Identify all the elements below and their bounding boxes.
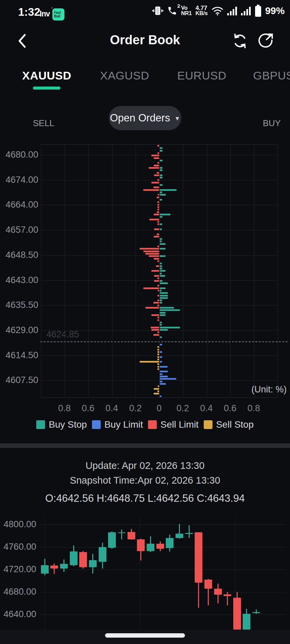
depth-bar-sell-limit	[140, 248, 159, 250]
depth-bar-sell-limit	[157, 317, 159, 318]
candle-body	[166, 538, 174, 548]
depth-bar-buy-stop	[160, 270, 165, 272]
depth-bar-sell-limit	[154, 174, 159, 176]
legend-label: Sell Limit	[160, 419, 199, 430]
depth-bar-buy-limit	[160, 351, 162, 353]
price-axis-label: 4760.00	[0, 542, 36, 552]
depth-bar-sell-stop	[157, 351, 159, 353]
gridline-horizontal	[41, 330, 278, 331]
depth-bar-sell-limit	[158, 194, 159, 196]
depth-bar-buy-limit	[160, 376, 168, 377]
bottom-nav-bar	[0, 630, 290, 644]
order-type-value: Open Orders	[110, 112, 170, 124]
depth-bar-sell-limit	[154, 280, 159, 282]
depth-bar-sell-limit	[157, 285, 159, 286]
depth-bar-buy-stop	[160, 199, 162, 201]
network-speed: 4.77KB/s	[196, 5, 208, 16]
candle-body	[185, 533, 193, 534]
signal-icon	[227, 6, 237, 16]
depth-bar-sell-stop	[157, 368, 159, 370]
tab-gbpusd[interactable]: GBPUSD	[253, 69, 290, 82]
depth-bar-sell-limit	[151, 327, 159, 328]
app-screen: 1:32 Inv ˊ Fast Bull 2 VoNR1	[0, 0, 290, 644]
candle-body	[233, 598, 241, 630]
depth-bar-sell-limit	[153, 302, 159, 304]
fastbull-badge-line2: Bull	[54, 14, 64, 18]
candle-body	[204, 580, 212, 589]
battery-percent: 99%	[265, 5, 285, 16]
depth-bar-sell-limit	[157, 300, 159, 301]
header: Order Book	[0, 27, 290, 55]
price-axis-label: 4657.00	[1, 225, 38, 235]
gridline-horizontal	[41, 305, 278, 306]
depth-x-tick: 0.4	[193, 403, 220, 414]
depth-bar-buy-stop	[160, 177, 162, 178]
depth-bar-sell-limit	[157, 209, 159, 210]
depth-bar-sell-stop	[157, 346, 159, 348]
depth-x-tick: 0.6	[75, 403, 102, 414]
candle-body	[99, 547, 106, 562]
depth-bar-buy-stop	[160, 194, 166, 196]
candle-body	[214, 589, 222, 595]
depth-bar-sell-stop	[157, 354, 159, 355]
price-axis-label: 4800.00	[0, 519, 36, 530]
depth-bar-sell-limit	[157, 204, 159, 206]
depth-bar-sell-limit	[157, 152, 159, 154]
depth-bar-buy-stop	[160, 228, 162, 230]
depth-bar-sell-stop	[157, 363, 159, 365]
depth-bar-sell-limit	[157, 305, 159, 306]
depth-bar-buy-stop	[160, 273, 162, 274]
update-timestamp: Update: Apr 02, 2026 13:30	[0, 460, 290, 471]
wifi-icon	[211, 6, 224, 16]
depth-bar-buy-stop	[160, 150, 162, 152]
depth-bar-sell-limit	[149, 255, 159, 257]
depth-bar-buy-limit	[160, 344, 162, 345]
gridline-vertical	[254, 145, 254, 397]
depth-bar-sell-limit	[154, 228, 159, 230]
depth-x-tick: 0	[146, 403, 173, 414]
depth-bar-sell-limit	[154, 275, 159, 277]
depth-bar-buy-limit	[160, 371, 168, 372]
depth-bar-sell-limit	[151, 155, 159, 156]
depth-bar-buy-stop	[160, 147, 162, 149]
buy-side-label: BUY	[263, 118, 281, 128]
orderbook-depth-chart: 4624.85 4680.004674.004664.004657.004648…	[41, 144, 278, 398]
gridline-horizontal	[41, 356, 278, 356]
carrier-label: Inv	[40, 9, 50, 18]
legend-item: Buy Limit	[92, 419, 143, 430]
candle-body	[89, 560, 97, 568]
tab-xagusd[interactable]: XAGUSD	[100, 69, 149, 82]
price-axis-label: 4640.00	[0, 609, 36, 620]
sell-side-label: SELL	[33, 118, 54, 128]
depth-bar-buy-limit	[160, 366, 167, 368]
current-price-label: 4624.85	[46, 329, 79, 340]
price-axis-label: 4680.00	[0, 587, 36, 597]
depth-bar-buy-stop	[160, 265, 162, 267]
depth-bar-sell-limit	[151, 329, 159, 331]
share-icon[interactable]	[258, 33, 274, 49]
depth-bar-buy-stop	[160, 214, 171, 215]
depth-bar-sell-stop	[157, 359, 159, 360]
chevron-down-icon: ▼	[175, 114, 180, 122]
depth-bar-buy-limit	[160, 378, 176, 380]
candle-body	[60, 564, 68, 568]
depth-bar-sell-limit	[151, 314, 159, 316]
legend-label: Buy Stop	[49, 419, 87, 430]
refresh-icon[interactable]	[232, 33, 248, 49]
depth-bar-sell-limit	[143, 251, 159, 252]
depth-bar-buy-stop	[160, 167, 162, 169]
depth-x-tick: 0.2	[170, 403, 196, 414]
candle-body	[70, 551, 78, 565]
signal-icon-2	[241, 6, 251, 16]
order-type-dropdown[interactable]: Open Orders ▼	[109, 106, 181, 130]
tab-eurusd[interactable]: EURUSD	[177, 69, 227, 82]
home-indicator[interactable]	[105, 633, 185, 638]
candle-body	[79, 552, 87, 567]
gridline-vertical	[88, 145, 89, 397]
gridline-vertical	[278, 145, 278, 397]
tab-xauusd[interactable]: XAUUSD	[22, 69, 71, 82]
price-axis-label: 4614.50	[1, 350, 38, 361]
price-axis-label: 4664.00	[1, 200, 38, 210]
gridline-horizontal	[41, 155, 278, 155]
legend-swatch-sell-stop	[204, 420, 212, 429]
